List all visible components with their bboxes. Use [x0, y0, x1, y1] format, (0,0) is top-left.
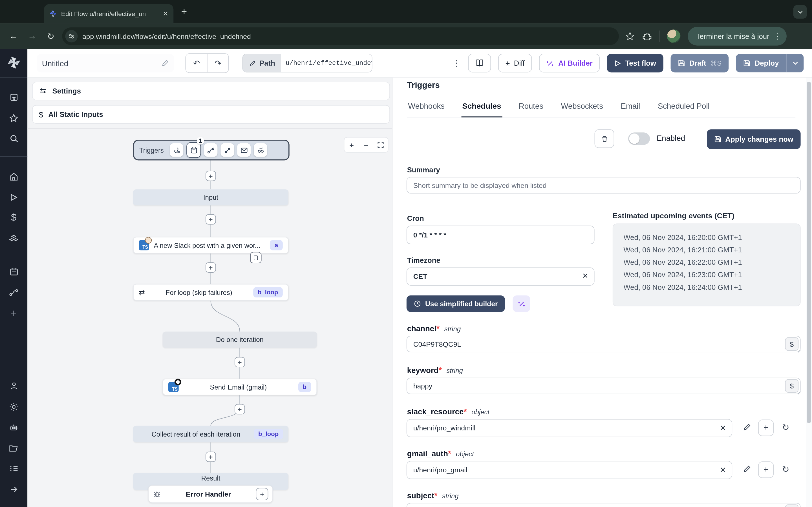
sidebar-item-home[interactable]	[0, 166, 28, 187]
error-handler-node[interactable]: Error Handler +	[148, 485, 273, 503]
sidebar-item-resources[interactable]	[0, 228, 28, 249]
refresh-resource-icon[interactable]: ↻	[782, 422, 789, 433]
extensions-icon[interactable]	[642, 31, 652, 41]
tab-strip-chevron-icon[interactable]	[794, 5, 807, 18]
settings-card[interactable]: Settings	[32, 82, 390, 100]
add-resource-button[interactable]: +	[758, 420, 774, 436]
ai-cron-button[interactable]	[513, 295, 530, 312]
tab-schedules[interactable]: Schedules	[461, 101, 502, 117]
send-email-node[interactable]: TS Send Email (gmail) b	[163, 379, 317, 395]
deploy-dropdown-button[interactable]	[786, 54, 804, 72]
sidebar-item-variables[interactable]: $	[0, 208, 28, 228]
path-value[interactable]: u/henri/effective_undef	[282, 54, 372, 72]
profile-avatar[interactable]	[667, 30, 680, 43]
path-chip[interactable]: Path u/henri/effective_undef	[243, 54, 373, 72]
websocket-trigger-icon[interactable]	[221, 144, 234, 157]
sidebar-item-workspace[interactable]	[0, 87, 28, 108]
scheduled-poll-trigger-icon[interactable]	[254, 144, 267, 157]
forward-icon[interactable]: →	[23, 31, 42, 41]
diff-button[interactable]: ± Diff	[498, 54, 532, 72]
timezone-input[interactable]	[407, 268, 595, 286]
sidebar-item-folders[interactable]	[0, 438, 28, 458]
webhook-trigger-icon[interactable]	[170, 144, 184, 157]
site-settings-icon[interactable]	[65, 30, 78, 43]
fullscreen-button[interactable]	[373, 138, 388, 152]
edit-name-pencil-icon[interactable]	[161, 59, 169, 67]
chrome-menu-icon[interactable]: ⋮	[773, 32, 781, 41]
add-step-button[interactable]: +	[206, 214, 216, 224]
clear-timezone-icon[interactable]: ✕	[582, 272, 589, 280]
sidebar-item-favorites[interactable]	[0, 108, 28, 128]
add-step-button[interactable]: +	[235, 404, 245, 414]
add-step-button[interactable]: +	[206, 262, 216, 273]
sidebar-item-flows[interactable]	[0, 282, 28, 302]
for-loop-node[interactable]: ⇄ For loop (skip failures) b_loop	[133, 284, 289, 300]
edit-resource-button[interactable]	[743, 465, 751, 473]
early-stop-button[interactable]	[250, 252, 261, 263]
add-step-button[interactable]: +	[206, 171, 216, 181]
sidebar-expand-icon[interactable]	[0, 479, 28, 500]
channel-input[interactable]	[407, 336, 801, 352]
redo-button[interactable]: ↷	[207, 54, 229, 72]
edit-resource-button[interactable]	[743, 423, 751, 431]
docs-button[interactable]	[468, 54, 491, 72]
tab-scheduled-poll[interactable]: Scheduled Poll	[657, 101, 711, 117]
clear-resource-icon[interactable]: ✕	[720, 424, 726, 432]
sidebar-item-runs[interactable]	[0, 187, 28, 207]
email-trigger-icon[interactable]	[238, 144, 251, 157]
cron-input[interactable]	[407, 226, 595, 244]
reload-icon[interactable]: ↻	[42, 31, 60, 42]
enabled-toggle[interactable]	[628, 132, 650, 145]
back-icon[interactable]: ←	[4, 31, 23, 41]
collect-node[interactable]: Collect result of each iteration b_loop	[133, 426, 289, 443]
sidebar-item-search[interactable]	[0, 128, 28, 149]
add-resource-button[interactable]: +	[758, 461, 774, 478]
sidebar-item-add[interactable]: +	[0, 302, 28, 323]
tab-email[interactable]: Email	[620, 101, 641, 117]
keyword-input[interactable]	[407, 378, 801, 394]
clear-resource-icon[interactable]: ✕	[720, 466, 726, 474]
iteration-node[interactable]: Do one iteration	[163, 332, 317, 348]
insert-variable-button[interactable]: $	[785, 504, 799, 507]
sidebar-item-workers[interactable]	[0, 417, 28, 438]
more-options-icon[interactable]: ⋮	[452, 58, 461, 69]
add-step-button[interactable]: +	[206, 452, 216, 462]
sidebar-item-settings[interactable]	[0, 396, 28, 417]
sidebar-item-schedules[interactable]	[0, 262, 28, 282]
slack-step-node[interactable]: TS A new Slack post with a given wor... …	[133, 237, 289, 253]
input-node[interactable]: Input	[133, 189, 289, 205]
finish-update-button[interactable]: Terminer la mise à jour ⋮	[688, 27, 786, 46]
apply-changes-button[interactable]: Apply changes now	[707, 129, 801, 149]
triggers-node[interactable]: Triggers 1	[133, 140, 290, 160]
slack-resource-input[interactable]	[407, 419, 732, 437]
test-flow-button[interactable]: Test flow	[607, 54, 663, 72]
new-tab-button[interactable]: +	[181, 6, 187, 17]
add-error-handler-button[interactable]: +	[256, 488, 268, 500]
subject-input[interactable]	[407, 503, 801, 507]
sidebar-item-logs[interactable]	[0, 458, 28, 479]
gmail-auth-input[interactable]	[407, 461, 732, 479]
schedule-trigger-icon[interactable]: 1	[187, 142, 201, 158]
flow-graph[interactable]: Triggers 1	[28, 128, 392, 507]
summary-input[interactable]	[407, 177, 801, 193]
tab-websockets[interactable]: Websockets	[560, 101, 604, 117]
refresh-resource-icon[interactable]: ↻	[782, 464, 789, 475]
zoom-out-button[interactable]: −	[359, 138, 373, 152]
sidebar-item-account[interactable]	[0, 376, 28, 396]
add-step-button[interactable]: +	[235, 357, 245, 367]
flow-name-field[interactable]: Untitled	[37, 54, 174, 72]
draft-button[interactable]: Draft ⌘S	[671, 54, 729, 72]
deploy-button[interactable]: Deploy	[736, 54, 786, 72]
scrollbar-thumb[interactable]	[807, 82, 811, 423]
browser-tab[interactable]: Edit Flow u/henri/effective_un ✕	[44, 4, 173, 23]
url-bar[interactable]: app.windmill.dev/flows/edit/u/henri/effe…	[62, 27, 619, 45]
tab-webhooks[interactable]: Webhooks	[407, 101, 446, 117]
ai-builder-button[interactable]: AI Builder	[539, 54, 600, 72]
route-trigger-icon[interactable]	[204, 144, 218, 157]
bookmark-star-icon[interactable]	[625, 31, 635, 41]
simplified-builder-button[interactable]: Use simplified builder	[407, 295, 505, 312]
tab-routes[interactable]: Routes	[518, 101, 545, 117]
static-inputs-card[interactable]: $ All Static Inputs	[32, 105, 390, 124]
delete-schedule-button[interactable]	[595, 129, 614, 148]
panel-scrollbar[interactable]	[806, 78, 812, 507]
